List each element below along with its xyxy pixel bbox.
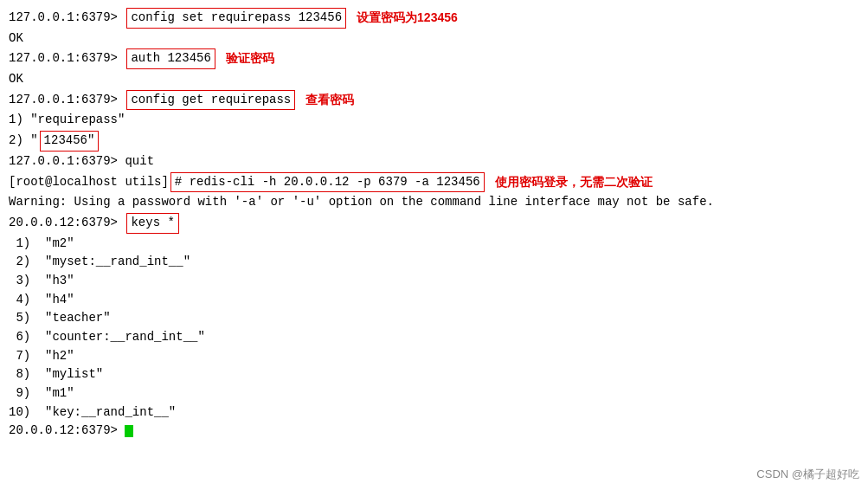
line-3: 127.0.0.1:6379> config get requirepass 查… — [9, 89, 859, 112]
line-myset: 2) "myset:__rand_int__" — [9, 253, 859, 272]
line-h4: 4) "h4" — [9, 291, 859, 310]
prompt-3: 127.0.0.1:6379> — [9, 91, 125, 110]
line-value: 2) "123456" — [9, 130, 859, 152]
quit-text: 127.0.0.1:6379> quit — [9, 152, 154, 171]
key-teacher: 5) "teacher" — [9, 309, 111, 328]
ok-text-1: OK — [9, 29, 23, 48]
prompt-final: 20.0.0.12:6379> — [9, 422, 125, 441]
line-warning: Warning: Using a password with '-a' or '… — [9, 193, 859, 212]
cmd-box-value: 123456" — [40, 131, 100, 152]
line-keys: 20.0.0.12:6379> keys * — [9, 212, 859, 235]
key-m1: 9) "m1" — [9, 384, 74, 403]
key-mylist: 8) "mylist" — [9, 365, 103, 384]
line-m1: 9) "m1" — [9, 384, 859, 403]
key-myset: 2) "myset:__rand_int__" — [9, 253, 190, 272]
terminal: 127.0.0.1:6379> config set requirepass 1… — [0, 0, 868, 490]
key-counter: 6) "counter:__rand_int__" — [9, 328, 205, 347]
ok-1: OK — [9, 29, 859, 48]
line-2: 127.0.0.1:6379> auth 123456 验证密码 — [9, 48, 859, 70]
root-prompt: [root@localhost utils] — [9, 173, 169, 192]
prompt-2: 127.0.0.1:6379> — [9, 49, 125, 68]
annotation-1: 设置密码为123456 — [357, 9, 458, 28]
line-mylist: 8) "mylist" — [9, 365, 859, 384]
line-counter: 6) "counter:__rand_int__" — [9, 328, 859, 347]
value-prefix: 2) " — [9, 132, 38, 151]
line-teacher: 5) "teacher" — [9, 309, 859, 328]
line-1: 127.0.0.1:6379> config set requirepass 1… — [9, 7, 859, 29]
prompt-keys: 20.0.0.12:6379> — [9, 214, 125, 233]
cmd-box-3: config get requirepass — [126, 90, 295, 111]
line-requirepass: 1) "requirepass" — [9, 111, 859, 130]
cursor — [125, 425, 133, 437]
ok-2: OK — [9, 70, 859, 89]
line-m2: 1) "m2" — [9, 235, 859, 254]
key-h3: 3) "h3" — [9, 272, 74, 291]
warning-text: Warning: Using a password with '-a' or '… — [9, 193, 714, 212]
line-quit: 127.0.0.1:6379> quit — [9, 152, 859, 171]
key-h4: 4) "h4" — [9, 291, 74, 310]
cmd-box-rediscli: # redis-cli -h 20.0.0.12 -p 6379 -a 1234… — [170, 172, 485, 193]
line-keyrand: 10) "key:__rand_int__" — [9, 403, 859, 422]
annotation-2: 验证密码 — [226, 49, 274, 68]
key-rand: 10) "key:__rand_int__" — [9, 403, 176, 422]
annotation-rediscli: 使用密码登录，无需二次验证 — [495, 173, 653, 192]
key-m2: 1) "m2" — [9, 235, 74, 254]
line-h3: 3) "h3" — [9, 272, 859, 291]
line-final: 20.0.0.12:6379> — [9, 422, 859, 441]
line-rediscli: [root@localhost utils]# redis-cli -h 20.… — [9, 171, 859, 194]
cmd-box-keys: keys * — [126, 213, 178, 234]
prompt-1: 127.0.0.1:6379> — [9, 9, 125, 28]
requirepass-text: 1) "requirepass" — [9, 111, 125, 130]
annotation-3: 查看密码 — [305, 91, 354, 110]
watermark: CSDN @橘子超好吃 — [756, 466, 859, 483]
key-h2: 7) "h2" — [9, 347, 74, 366]
cmd-box-1: config set requirepass 123456 — [126, 8, 346, 29]
cmd-box-2: auth 123456 — [126, 48, 215, 69]
ok-text-2: OK — [9, 70, 23, 89]
line-h2: 7) "h2" — [9, 347, 859, 366]
